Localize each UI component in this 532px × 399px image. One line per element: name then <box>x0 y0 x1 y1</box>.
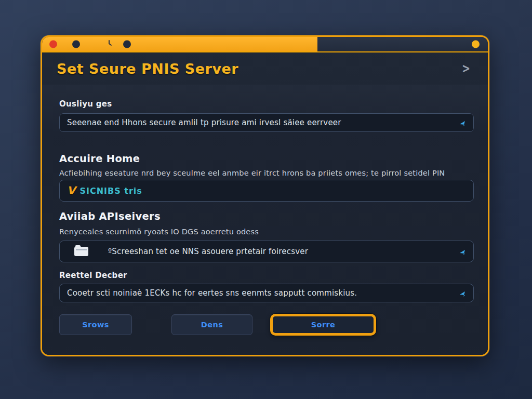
folder-icon <box>74 245 88 258</box>
field-label-ousliyu: Ousliyu ges <box>59 99 472 109</box>
page-title: Set Seure PNIS Server <box>57 61 238 77</box>
clock-icon <box>106 39 112 47</box>
dropdown-ousliyu-value: Seeenae end Hhons secure amlil tp prisur… <box>67 118 455 127</box>
header-row: Set Seure PNIS Server > <box>42 52 488 85</box>
titlebar-tab <box>42 37 317 51</box>
deny-button[interactable]: Dens <box>171 314 252 335</box>
dropdown-caret-icon <box>459 248 466 255</box>
close-traffic-light-icon[interactable] <box>49 41 57 48</box>
section-header-accuire-home: Accuire Home <box>59 153 472 165</box>
titlebar-right-strip <box>317 37 488 51</box>
settings-window: Set Seure PNIS Server > Ousliyu ges Seee… <box>41 35 489 356</box>
section-desc-api-servers: Renyceales seurnimö ryoats IO DGS aoerre… <box>59 228 472 236</box>
show-button[interactable]: Srows <box>59 314 132 335</box>
dropdown-caret-icon <box>459 119 466 126</box>
shield-check-icon: V <box>67 185 75 196</box>
input-pin[interactable]: V SICNIBS tris <box>59 180 474 202</box>
zoom-traffic-light-icon[interactable] <box>123 41 131 48</box>
dropdown-dns-server-value: ºScreeshan tet oe NNS asouere prtetair f… <box>108 247 455 256</box>
section-desc-accuire-home: Acfiebihing eseature nrd bey sceulme eel… <box>59 169 472 177</box>
input-pin-value: SICNIBS tris <box>79 186 466 196</box>
save-button[interactable]: Sorre <box>270 314 376 336</box>
chevron-right-icon[interactable]: > <box>462 62 470 75</box>
dropdown-reettel[interactable]: Cooetr scti noiniaè 1ECKs hc for eertes … <box>59 284 474 302</box>
dropdown-ousliyu[interactable]: Seeenae end Hhons secure amlil tp prisur… <box>59 113 474 132</box>
form-content: Ousliyu ges Seeenae end Hhons secure aml… <box>42 85 488 355</box>
dropdown-dns-server[interactable]: ºScreeshan tet oe NNS asouere prtetair f… <box>59 241 474 262</box>
status-dot-icon <box>472 41 480 48</box>
minimize-traffic-light-icon[interactable] <box>72 41 80 48</box>
dropdown-caret-icon <box>459 290 466 296</box>
button-row: Srows Dens Sorre <box>59 314 472 336</box>
window-titlebar <box>42 37 488 52</box>
field-label-reettel: Reettel Decber <box>59 271 472 280</box>
section-header-api-servers: Aviiab APIseivers <box>59 210 472 222</box>
dropdown-reettel-value: Cooetr scti noiniaè 1ECKs hc for eertes … <box>67 288 455 298</box>
